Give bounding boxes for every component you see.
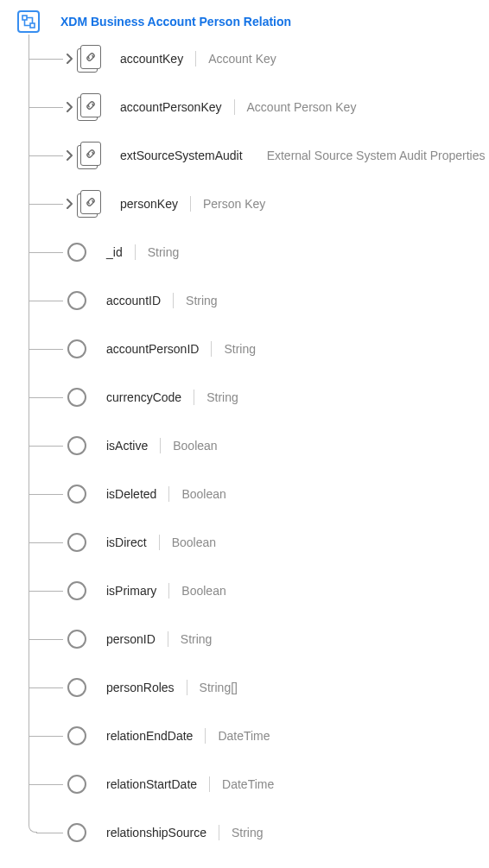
field-row[interactable]: extSourceSystemAuditExternal Source Syst… [29,131,480,180]
leaf-field-icon [67,291,86,310]
field-row[interactable]: isDirectBoolean [29,518,480,567]
field-row[interactable]: accountPersonIDString [29,325,480,373]
field-labels: relationshipSourceString [106,825,264,840]
field-labels: extSourceSystemAuditExternal Source Syst… [120,148,480,163]
leaf-field-icon [67,775,86,794]
field-name: personID [106,632,156,646]
field-row[interactable]: relationStartDateDateTime [29,760,480,808]
tree-connector [29,421,63,470]
field-separator [219,825,219,840]
field-description: String [181,632,213,646]
tree-connector [29,180,63,228]
field-description: Boolean [173,439,217,453]
tree-connector [29,760,63,808]
tree-connector [29,35,63,83]
field-row[interactable]: relationshipSourceString [29,808,480,857]
leaf-field-icon [67,436,86,455]
field-separator [205,728,206,744]
tree-connector [29,276,63,325]
schema-root-icon [17,10,40,33]
field-row[interactable]: isPrimaryBoolean [29,567,480,615]
field-description: String[] [200,681,238,694]
tree-connector [29,518,63,567]
tree-connector [29,615,63,663]
field-labels: relationEndDateDateTime [106,728,270,744]
leaf-field-icon [67,726,86,745]
field-labels: personRolesString[] [106,680,238,695]
field-description: String [148,245,180,259]
object-group-icon [77,93,105,121]
field-separator [159,535,160,550]
field-name: personKey [120,197,178,211]
field-row[interactable]: accountKeyAccount Key [29,35,480,83]
field-row[interactable]: isActiveBoolean [29,421,480,470]
field-separator [209,776,210,792]
field-separator [194,390,194,405]
field-row[interactable]: currencyCodeString [29,373,480,421]
tree-connector [29,83,63,131]
tree-connector [29,131,63,180]
leaf-field-icon [67,533,86,552]
schema-tree: XDM Business Account Person Relation acc… [0,0,489,865]
field-description: Person Key [203,197,265,211]
chevron-right-icon[interactable] [63,150,75,161]
leaf-field-icon [67,678,86,697]
field-name: accountPersonID [106,342,199,356]
field-separator [173,293,174,308]
leaf-field-icon [67,243,86,262]
field-row[interactable]: personIDString [29,615,480,663]
field-labels: accountKeyAccount Key [120,51,276,67]
field-row[interactable]: personRolesString[] [29,663,480,712]
field-row[interactable]: accountIDString [29,276,480,325]
chevron-right-icon[interactable] [63,102,75,112]
field-name: isDirect [106,535,147,549]
field-row[interactable]: personKeyPerson Key [29,180,480,228]
tree-connector [29,470,63,518]
field-name: extSourceSystemAudit [120,149,243,162]
field-description: Boolean [181,487,225,501]
field-separator [160,438,161,453]
svg-rect-0 [22,16,27,20]
field-row[interactable]: _idString [29,228,480,276]
field-description: Account Person Key [247,100,357,114]
field-separator [168,486,169,502]
field-description: String [224,342,256,356]
object-group-icon [77,190,105,218]
field-name: relationStartDate [106,777,197,791]
tree-connector [29,567,63,615]
field-labels: accountIDString [106,293,218,308]
field-name: accountID [106,294,161,307]
field-labels: _idString [106,244,179,260]
field-separator [187,680,187,695]
tree-connector [29,712,63,760]
field-name: personRoles [106,681,175,694]
field-description: Account Key [208,52,276,66]
field-separator [190,196,191,212]
leaf-field-icon [67,823,86,842]
field-labels: isDeletedBoolean [106,486,226,502]
tree-connector [29,808,63,857]
tree-connector [29,325,63,373]
field-row[interactable]: isDeletedBoolean [29,470,480,518]
chevron-right-icon[interactable] [63,54,75,64]
field-name: isPrimary [106,584,156,598]
svg-rect-1 [30,23,35,28]
field-description: String [186,294,218,307]
field-name: currencyCode [106,390,181,404]
field-separator [168,583,169,599]
object-group-icon [77,142,105,169]
field-name: isDeleted [106,487,156,501]
field-separator [195,51,196,67]
field-separator [168,631,168,647]
field-name: relationshipSource [106,826,206,839]
field-description: Boolean [172,535,216,549]
field-row[interactable]: relationEndDateDateTime [29,712,480,760]
field-name: accountKey [120,52,183,66]
field-labels: accountPersonIDString [106,341,256,357]
field-labels: isActiveBoolean [106,438,218,453]
schema-root-row[interactable]: XDM Business Account Person Relation [17,9,480,35]
chevron-right-icon[interactable] [63,199,75,209]
schema-root-title: XDM Business Account Person Relation [60,15,291,29]
tree-connector [29,373,63,421]
field-row[interactable]: accountPersonKeyAccount Person Key [29,83,480,131]
